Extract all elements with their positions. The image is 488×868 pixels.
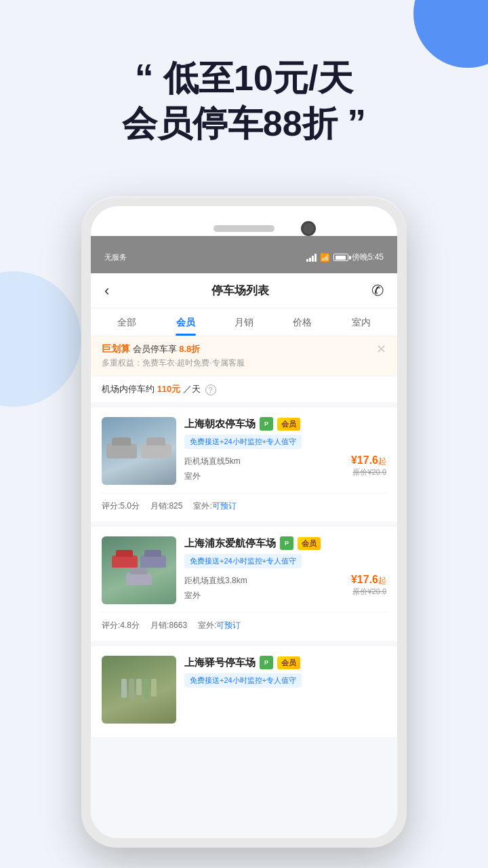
- phone-outer-shell: 无服务 📶 傍晚5:45 ‹: [81, 197, 407, 848]
- wifi-icon: 📶: [320, 253, 330, 262]
- lot-tags-1: 免费接送+24小时监控+专人值守: [184, 435, 302, 449]
- lot-stats-1: 评分:5.0分 月销:825 室外:可预订: [102, 493, 386, 512]
- lot-distance-1: 距机场直线5km: [184, 454, 241, 469]
- lot-image-bg-2: [102, 536, 176, 604]
- phone-screen: 无服务 📶 傍晚5:45 ‹: [91, 206, 397, 838]
- lot-name-row-3: 上海驿号停车场 P 会员: [184, 656, 386, 669]
- lot-card-1[interactable]: 上海朝农停车场 P 会员 免费接送+24小时监控+专人值守 距机场直线5km 室…: [91, 408, 397, 521]
- lot-name-2: 上海浦东爱航停车场: [184, 537, 276, 550]
- tab-monthly[interactable]: 月销: [215, 309, 273, 336]
- lot-price-1: ¥17.6起 原价¥20.0: [351, 454, 386, 477]
- promo-banner: 巨划算 会员停车享 8.8折 多重权益：免费车衣·超时免费·专属客服 ✕: [91, 336, 397, 376]
- help-icon[interactable]: ?: [205, 384, 216, 395]
- lot-meta-2: 距机场直线3.8km 室外: [184, 574, 247, 603]
- lot-member-badge-2: 会员: [298, 537, 321, 550]
- lot-main-1: 上海朝农停车场 P 会员 免费接送+24小时监控+专人值守 距机场直线5km 室…: [102, 417, 386, 485]
- lot-main-3: 上海驿号停车场 P 会员 免费接送+24小时监控+专人值守: [102, 656, 386, 724]
- back-button[interactable]: ‹: [104, 282, 109, 300]
- status-time: 傍晚5:45: [352, 252, 384, 263]
- lot-distance-2: 距机场直线3.8km: [184, 574, 247, 589]
- promo-close-button[interactable]: ✕: [376, 343, 386, 355]
- headline-text-line1: 低至10元/天: [163, 58, 353, 98]
- airport-price: 110元: [157, 384, 181, 394]
- app-header: ‹ 停车场列表 ✆: [91, 273, 397, 309]
- lot-type-2: 室外: [184, 589, 247, 604]
- promo-title: 巨划算 会员停车享 8.8折: [102, 343, 245, 355]
- lot-info-1: 上海朝农停车场 P 会员 免费接送+24小时监控+专人值守 距机场直线5km 室…: [184, 417, 386, 485]
- lot-info-3: 上海驿号停车场 P 会员 免费接送+24小时监控+专人值守: [184, 656, 386, 724]
- phone-mockup: 无服务 📶 傍晚5:45 ‹: [81, 197, 407, 848]
- lot-image-bg-3: [102, 656, 176, 724]
- tab-indoor[interactable]: 室内: [332, 309, 390, 336]
- lot-rating-1: 评分:5.0分: [102, 500, 140, 512]
- lot-name-row-2: 上海浦东爱航停车场 P 会员: [184, 536, 386, 550]
- lot-price-original-1: 原价¥20.0: [351, 467, 386, 477]
- lot-name-1: 上海朝农停车场: [184, 418, 256, 431]
- airport-info: 机场内停车约 110元 ／天 ?: [91, 376, 397, 408]
- lot-image-3: [102, 656, 176, 724]
- lot-price-original-2: 原价¥20.0: [351, 587, 386, 597]
- bg-decoration-left: [0, 271, 81, 407]
- page-title: 停车场列表: [211, 283, 269, 298]
- tab-price[interactable]: 价格: [273, 309, 331, 336]
- lot-distance-row-2: 距机场直线3.8km 室外 ¥17.6起 原价¥20.0: [184, 574, 386, 603]
- lot-outdoor-2: 室外:可预订: [198, 620, 241, 631]
- quote-close: ”: [347, 101, 366, 144]
- lot-stats-2: 评分:4.8分 月销:8663 室外:可预订: [102, 612, 386, 631]
- tab-all[interactable]: 全部: [98, 309, 156, 336]
- headline-line1: “ 低至10元/天: [0, 54, 488, 100]
- lot-member-badge-1: 会员: [277, 418, 300, 431]
- lot-image-2: [102, 536, 176, 604]
- lot-member-badge-3: 会员: [277, 656, 300, 669]
- lot-main-2: 上海浦东爱航停车场 P 会员 免费接送+24小时监控+专人值守 距机场直线3.8…: [102, 536, 386, 604]
- lot-badge-icon-1: P: [260, 417, 273, 431]
- tab-member[interactable]: 会员: [156, 309, 214, 336]
- filter-tabs: 全部 会员 月销 价格 室内: [91, 309, 397, 336]
- lot-image-1: [102, 417, 176, 485]
- promo-discount: 8.8折: [179, 344, 200, 354]
- lot-price-current-1: ¥17.6起: [351, 454, 386, 467]
- scroll-area[interactable]: 巨划算 会员停车享 8.8折 多重权益：免费车衣·超时免费·专属客服 ✕ 机场内…: [91, 336, 397, 838]
- carrier-label: 无服务: [104, 252, 127, 262]
- battery-icon: [333, 254, 348, 261]
- phone-camera: [301, 221, 316, 236]
- lot-name-row-1: 上海朝农停车场 P 会员: [184, 417, 386, 431]
- lot-meta-1: 距机场直线5km 室外: [184, 454, 241, 484]
- promo-content: 巨划算 会员停车享 8.8折 多重权益：免费车衣·超时免费·专属客服: [102, 343, 245, 369]
- quote-open: “: [135, 56, 154, 98]
- lot-tags-3: 免费接送+24小时监控+专人值守: [184, 673, 302, 688]
- lot-outdoor-1: 室外:可预订: [193, 500, 236, 512]
- promo-brand: 巨划算: [102, 343, 130, 354]
- lot-badge-icon-2: P: [280, 536, 293, 550]
- lot-card-2[interactable]: 上海浦东爱航停车场 P 会员 免费接送+24小时监控+专人值守 距机场直线3.8…: [91, 527, 397, 641]
- lot-info-2: 上海浦东爱航停车场 P 会员 免费接送+24小时监控+专人值守 距机场直线3.8…: [184, 536, 386, 604]
- phone-button[interactable]: ✆: [371, 282, 384, 300]
- airport-info-text: 机场内停车约: [102, 384, 155, 394]
- signal-icon: [306, 254, 317, 262]
- lot-distance-row-1: 距机场直线5km 室外 ¥17.6起 原价¥20.0: [184, 454, 386, 484]
- lot-monthly-1: 月销:825: [150, 500, 182, 512]
- promo-title-text: 会员停车享: [133, 344, 177, 354]
- lot-type-1: 室外: [184, 469, 241, 484]
- lot-price-2: ¥17.6起 原价¥20.0: [351, 574, 386, 597]
- lot-image-bg-1: [102, 417, 176, 485]
- headline-section: “ 低至10元/天 会员停车88折 ”: [0, 54, 488, 145]
- headline-text-line2: 会员停车88折: [122, 104, 347, 143]
- lot-price-current-2: ¥17.6起: [351, 574, 386, 587]
- airport-unit: ／天: [183, 384, 201, 394]
- lot-monthly-2: 月销:8663: [150, 620, 187, 631]
- lot-card-3[interactable]: 上海驿号停车场 P 会员 免费接送+24小时监控+专人值守: [91, 646, 397, 737]
- lot-name-3: 上海驿号停车场: [184, 656, 256, 669]
- lot-badge-icon-3: P: [260, 656, 273, 669]
- status-bar: 无服务 📶 傍晚5:45: [91, 236, 397, 273]
- phone-speaker: [214, 225, 274, 232]
- status-right: 📶 傍晚5:45: [306, 252, 384, 263]
- lot-tags-2: 免费接送+24小时监控+专人值守: [184, 554, 302, 568]
- headline-line2: 会员停车88折 ”: [0, 100, 488, 145]
- lot-rating-2: 评分:4.8分: [102, 620, 140, 631]
- promo-subtitle: 多重权益：免费车衣·超时免费·专属客服: [102, 357, 245, 369]
